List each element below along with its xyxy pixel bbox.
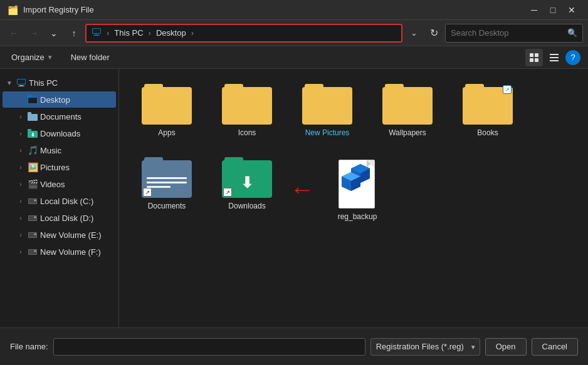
- search-box[interactable]: 🔍: [445, 24, 583, 43]
- svg-rect-10: [550, 60, 559, 61]
- new-folder-label: New folder: [71, 53, 110, 62]
- file-grid-row1: Apps Icons New Pictures: [129, 79, 578, 142]
- sidebar: ▼ This PC Desktop: [0, 69, 119, 327]
- search-input[interactable]: [451, 28, 564, 38]
- maximize-button[interactable]: □: [544, 1, 562, 19]
- svg-rect-3: [93, 29, 100, 33]
- expand-icon: ›: [16, 197, 25, 205]
- documents-folder-icon: ↗: [142, 157, 192, 198]
- svg-rect-18: [28, 114, 38, 121]
- svg-rect-8: [550, 54, 559, 55]
- file-item-newpictures[interactable]: New Pictures: [290, 79, 365, 142]
- sidebar-item-locald[interactable]: › Local Disk (D:): [3, 210, 116, 226]
- sidebar-label-documents: Documents: [40, 112, 81, 121]
- svg-rect-6: [530, 58, 533, 62]
- path-desktop[interactable]: Desktop: [156, 28, 186, 38]
- apps-folder-icon: [142, 84, 192, 125]
- shortcut-badge: ↗: [143, 188, 152, 197]
- details-view-button[interactable]: [545, 49, 563, 66]
- videos-icon: 🎬: [28, 179, 38, 189]
- file-item-documents[interactable]: ↗ Documents: [129, 152, 204, 226]
- refresh-button[interactable]: ↻: [425, 24, 443, 42]
- sidebar-item-music[interactable]: › 🎵 Music: [3, 142, 116, 158]
- path-separator-2: ›: [149, 28, 151, 38]
- cancel-button[interactable]: Cancel: [532, 338, 578, 356]
- svg-rect-14: [18, 86, 24, 86]
- expand-icon: ›: [16, 112, 25, 121]
- open-button[interactable]: Open: [485, 338, 527, 356]
- path-dropdown-button[interactable]: ⌄: [405, 24, 423, 42]
- toolbar: Organize ▼ New folder ?: [0, 46, 588, 69]
- content-area: Apps Icons New Pictures: [119, 69, 588, 327]
- up-button[interactable]: ↑: [65, 24, 83, 42]
- sidebar-item-documents[interactable]: › Documents: [3, 108, 116, 125]
- wallpapers-folder-icon: [382, 84, 433, 125]
- external-link-badge: ↗: [503, 85, 512, 94]
- file-grid-row2: ↗ Documents ⬇ ↗ Downloads ←: [129, 152, 578, 226]
- reg-backup-container: ←: [290, 152, 395, 226]
- path-thispc[interactable]: This PC: [114, 28, 143, 38]
- file-item-apps[interactable]: Apps: [129, 79, 204, 142]
- svg-rect-2: [93, 35, 100, 36]
- expand-icon: [16, 95, 25, 104]
- main-area: ▼ This PC Desktop: [0, 69, 588, 327]
- path-computer-icon: [92, 27, 102, 39]
- file-item-regbackup[interactable]: reg_backup: [320, 152, 395, 226]
- address-path[interactable]: › This PC › Desktop ›: [85, 24, 402, 43]
- newpictures-folder-icon: [302, 84, 352, 125]
- file-name-input[interactable]: [53, 338, 365, 356]
- recent-locations-button[interactable]: ⌄: [45, 24, 63, 42]
- books-label: Books: [477, 128, 498, 137]
- svg-point-31: [34, 234, 36, 235]
- file-item-books[interactable]: ↗ Books: [450, 79, 525, 142]
- bottom-bar: File name: Registration Files (*.reg) Al…: [0, 327, 588, 365]
- sidebar-label-localc: Local Disk (C:): [40, 197, 93, 206]
- downloads-folder-icon: ⬇: [28, 128, 38, 138]
- volume-f-icon: [28, 247, 38, 257]
- sidebar-item-localc[interactable]: › Local Disk (C:): [3, 193, 116, 209]
- sidebar-item-videos[interactable]: › 🎬 Videos: [3, 176, 116, 192]
- books-folder-icon: ↗: [463, 84, 513, 125]
- sidebar-item-downloads[interactable]: › ⬇ Downloads: [3, 125, 116, 141]
- large-icons-view-button[interactable]: [525, 49, 543, 66]
- close-button[interactable]: ✕: [563, 1, 580, 19]
- icons-folder-icon: [222, 84, 272, 125]
- file-item-icons[interactable]: Icons: [209, 79, 285, 142]
- file-type-select[interactable]: Registration Files (*.reg) All Files (*.…: [370, 338, 480, 356]
- view-controls: ?: [525, 49, 580, 66]
- svg-rect-16: [28, 98, 37, 103]
- back-button[interactable]: ←: [5, 24, 23, 42]
- address-bar: ← → ⌄ ↑ › This PC › Desktop › ⌄ ↻ 🔍: [0, 20, 588, 46]
- file-type-wrapper: Registration Files (*.reg) All Files (*.…: [370, 338, 480, 356]
- sidebar-item-newf[interactable]: › New Volume (F:): [3, 244, 116, 260]
- title-bar: 🗂️ Import Registry File ─ □ ✕: [0, 0, 588, 20]
- help-button[interactable]: ?: [565, 50, 580, 65]
- minimize-button[interactable]: ─: [525, 1, 543, 19]
- file-item-downloads[interactable]: ⬇ ↗ Downloads: [209, 152, 285, 226]
- expand-icon: ›: [16, 180, 25, 188]
- disk-c-icon: [28, 196, 38, 206]
- sidebar-item-desktop[interactable]: Desktop: [3, 91, 116, 108]
- svg-point-25: [34, 200, 36, 202]
- expand-icon: ›: [16, 247, 25, 256]
- organize-label: Organize: [11, 53, 45, 62]
- forward-button[interactable]: →: [25, 24, 43, 42]
- svg-rect-4: [530, 53, 533, 57]
- window-title: Import Registry File: [23, 5, 94, 14]
- red-arrow-icon: ←: [290, 175, 315, 203]
- svg-point-28: [34, 217, 36, 218]
- new-folder-button[interactable]: New folder: [67, 50, 113, 64]
- sidebar-item-thispc[interactable]: ▼ This PC: [3, 75, 116, 91]
- sidebar-item-pictures[interactable]: › 🖼️ Pictures: [3, 159, 116, 175]
- expand-icon: ›: [16, 163, 25, 172]
- regbackup-label: reg_backup: [338, 212, 377, 221]
- sidebar-label-newf: New Volume (F:): [40, 247, 101, 257]
- sidebar-item-newe[interactable]: › New Volume (E:): [3, 227, 116, 243]
- organize-button[interactable]: Organize ▼: [8, 50, 57, 64]
- shortcut-badge: ↗: [223, 188, 232, 197]
- download-arrow-icon: ⬇: [241, 174, 253, 192]
- downloads-label: Downloads: [228, 202, 265, 210]
- desktop-folder-icon: [28, 95, 38, 105]
- icons-label: Icons: [238, 128, 256, 137]
- file-item-wallpapers[interactable]: Wallpapers: [370, 79, 445, 142]
